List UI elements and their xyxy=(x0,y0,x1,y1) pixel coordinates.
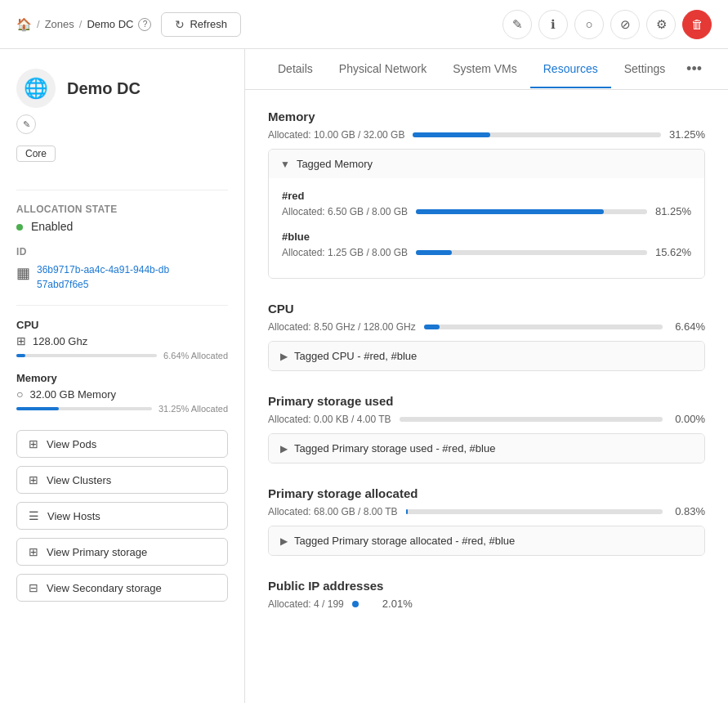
view-pods-label: View Pods xyxy=(47,438,96,450)
primary-storage-allocated-section: Primary storage allocated Allocated: 68.… xyxy=(268,486,705,556)
view-primary-storage-button[interactable]: ⊞ View Primary storage xyxy=(16,538,228,566)
memory-label: Memory xyxy=(16,372,228,384)
cpu-res-bar xyxy=(424,325,663,329)
memory-progress-row: 31.25% Allocated xyxy=(16,404,228,414)
cpu-progress-bar xyxy=(16,354,157,357)
view-clusters-label: View Clusters xyxy=(47,474,111,486)
tabs: Details Physical Network System VMs Reso… xyxy=(245,49,728,90)
tagged-primary-used-label: Tagged Primary storage used - #red, #blu… xyxy=(294,442,495,454)
left-panel: 🌐 Demo DC ✎ Core Allocation state Enable… xyxy=(0,49,245,703)
cpu-value-row: ⊞ 128.00 Ghz xyxy=(16,334,228,347)
eye-button[interactable]: ⊘ xyxy=(610,10,640,39)
tagged-red-alloc: Allocated: 6.50 GB / 8.00 GB xyxy=(282,206,408,217)
tagged-blue-pct: 15.62% xyxy=(655,246,691,258)
tagged-red-fill xyxy=(416,209,604,214)
tagged-memory-blue: #blue Allocated: 1.25 GB / 8.00 GB 15.62… xyxy=(282,231,691,258)
cpu-value: 128.00 Ghz xyxy=(33,335,87,347)
tab-details[interactable]: Details xyxy=(265,51,326,88)
speech-button[interactable]: ○ xyxy=(574,10,604,39)
cpu-progress-row: 6.64% Allocated xyxy=(16,351,228,360)
primary-storage-used-bar-row: Allocated: 0.00 KB / 4.00 TB 0.00% xyxy=(268,413,705,425)
tagged-primary-alloc-label: Tagged Primary storage allocated - #red,… xyxy=(294,535,515,547)
tagged-primary-used-header[interactable]: ▶ Tagged Primary storage used - #red, #b… xyxy=(269,434,704,463)
tagged-cpu-header[interactable]: ▶ Tagged CPU - #red, #blue xyxy=(269,342,704,370)
view-secondary-storage-button[interactable]: ⊟ View Secondary storage xyxy=(16,574,228,602)
globe-icon: 🌐 xyxy=(16,69,56,108)
primary-storage-allocated-bar xyxy=(406,509,663,514)
tab-system-vms[interactable]: System VMs xyxy=(440,51,530,88)
cpu-icon: ⊞ xyxy=(16,334,26,347)
memory-progress-bar xyxy=(16,407,152,410)
settings-button[interactable]: ⚙ xyxy=(646,10,676,39)
zone-name: Demo DC xyxy=(67,79,141,98)
memory-value: 32.00 GB Memory xyxy=(29,388,116,401)
view-secondary-storage-label: View Secondary storage xyxy=(47,582,162,594)
cpu-progress-fill xyxy=(16,354,25,357)
refresh-label: Refresh xyxy=(190,18,227,30)
memory-section: Memory ○ 32.00 GB Memory 31.25% Allocate… xyxy=(16,372,228,414)
view-hosts-label: View Hosts xyxy=(47,510,100,522)
home-icon[interactable]: 🏠 xyxy=(16,17,32,32)
view-clusters-button[interactable]: ⊞ View Clusters xyxy=(16,466,228,494)
view-primary-storage-label: View Primary storage xyxy=(47,546,147,558)
tab-more-icon[interactable]: ••• xyxy=(680,49,708,89)
main-layout: 🌐 Demo DC ✎ Core Allocation state Enable… xyxy=(0,49,728,703)
chevron-right-icon3: ▶ xyxy=(280,535,288,547)
allocation-state-label: Allocation state xyxy=(16,204,228,215)
cpu-section: CPU ⊞ 128.00 Ghz 6.64% Allocated xyxy=(16,319,228,360)
refresh-button[interactable]: ↻ Refresh xyxy=(161,12,241,37)
tagged-cpu-expand: ▶ Tagged CPU - #red, #blue xyxy=(268,341,705,371)
view-pods-button[interactable]: ⊞ View Pods xyxy=(16,430,228,458)
help-icon[interactable]: ? xyxy=(138,18,151,31)
delete-button[interactable]: 🗑 xyxy=(682,10,712,39)
status-dot xyxy=(16,224,23,231)
primary-storage-used-section: Primary storage used Allocated: 0.00 KB … xyxy=(268,394,705,463)
primary-storage-allocated-bar-row: Allocated: 68.00 GB / 8.00 TB 0.83% xyxy=(268,505,705,517)
cpu-res-fill xyxy=(424,325,440,329)
primary-storage-used-bar xyxy=(400,417,663,422)
allocation-state-section: Allocation state Enabled xyxy=(16,204,228,233)
tagged-primary-used-expand: ▶ Tagged Primary storage used - #red, #b… xyxy=(268,433,705,463)
public-ip-alloc: Allocated: 4 / 199 xyxy=(268,598,344,610)
id-label: ID xyxy=(16,246,228,257)
edit-button[interactable]: ✎ xyxy=(502,10,532,39)
tagged-red-bar xyxy=(416,209,647,214)
pods-icon: ⊞ xyxy=(29,437,38,450)
tab-resources[interactable]: Resources xyxy=(530,51,611,88)
hosts-icon: ☰ xyxy=(29,509,39,522)
divider2 xyxy=(16,305,228,306)
cpu-allocated-text: Allocated: 8.50 GHz / 128.00 GHz xyxy=(268,321,416,333)
primary-storage-used-title: Primary storage used xyxy=(268,394,705,408)
memory-value-row: ○ 32.00 GB Memory xyxy=(16,387,228,401)
breadcrumb-current: Demo DC xyxy=(87,18,133,30)
tagged-red-name: #red xyxy=(282,190,691,202)
primary-storage-allocated-fill xyxy=(406,509,409,514)
tagged-blue-bar xyxy=(416,250,647,255)
tagged-memory-body: #red Allocated: 6.50 GB / 8.00 GB 81.25%… xyxy=(269,178,704,278)
clusters-icon: ⊞ xyxy=(29,473,38,486)
cpu-resource-title: CPU xyxy=(268,302,705,316)
zone-edit-button[interactable]: ✎ xyxy=(16,114,36,134)
tagged-primary-alloc-header[interactable]: ▶ Tagged Primary storage allocated - #re… xyxy=(269,526,704,555)
tab-settings[interactable]: Settings xyxy=(611,51,679,88)
tagged-memory-header[interactable]: ▼ Tagged Memory xyxy=(269,150,704,178)
topbar: 🏠 / Zones / Demo DC ? ↻ Refresh ✎ ℹ ○ ⊘ … xyxy=(0,0,728,49)
id-section: ID ▦ 36b9717b-aa4c-4a91-944b-db 57abd7f6… xyxy=(16,246,228,292)
memory-resource-title: Memory xyxy=(268,110,705,123)
tab-physical-network[interactable]: Physical Network xyxy=(326,51,440,88)
tagged-primary-alloc-expand: ▶ Tagged Primary storage allocated - #re… xyxy=(268,526,705,556)
tagged-blue-fill xyxy=(416,250,452,255)
tagged-blue-name: #blue xyxy=(282,231,691,243)
breadcrumb-zones[interactable]: Zones xyxy=(45,18,74,30)
right-panel: Details Physical Network System VMs Reso… xyxy=(245,49,728,703)
view-hosts-button[interactable]: ☰ View Hosts xyxy=(16,502,228,530)
divider1 xyxy=(16,190,228,190)
core-badge: Core xyxy=(16,146,56,162)
primary-storage-used-pct: 0.00% xyxy=(671,413,705,425)
public-ip-pct: 2.01% xyxy=(378,598,413,610)
info-button[interactable]: ℹ xyxy=(538,10,568,39)
refresh-icon: ↻ xyxy=(175,18,185,31)
secondary-storage-icon: ⊟ xyxy=(29,581,38,594)
primary-storage-allocated-title: Primary storage allocated xyxy=(268,486,705,500)
breadcrumb: 🏠 / Zones / Demo DC ? xyxy=(16,17,151,32)
